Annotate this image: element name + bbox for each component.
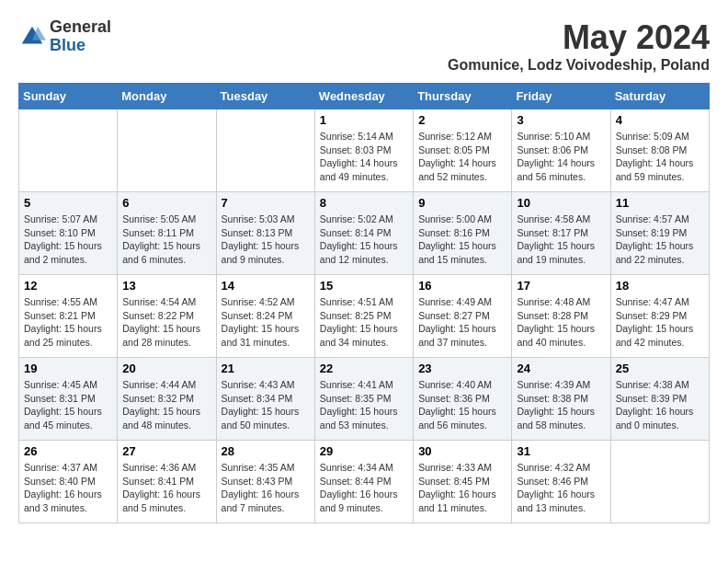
title-area: May 2024 Gomunice, Lodz Voivodeship, Pol… [448,18,710,74]
calendar-cell: 31Sunrise: 4:32 AM Sunset: 8:46 PM Dayli… [512,441,610,523]
day-number: 21 [222,362,310,375]
day-info: Sunrise: 5:05 AM Sunset: 8:11 PM Dayligh… [122,213,210,267]
header-day-wednesday: Wednesday [314,84,413,109]
calendar-cell: 22Sunrise: 4:41 AM Sunset: 8:35 PM Dayli… [314,358,413,441]
calendar-cell: 30Sunrise: 4:33 AM Sunset: 8:45 PM Dayli… [414,441,512,523]
day-number: 25 [616,362,704,375]
week-row-1: 1Sunrise: 5:14 AM Sunset: 8:03 PM Daylig… [19,109,710,192]
header-row: SundayMondayTuesdayWednesdayThursdayFrid… [19,84,710,109]
header: General Blue May 2024 Gomunice, Lodz Voi… [18,18,710,74]
day-info: Sunrise: 4:44 AM Sunset: 8:32 PM Dayligh… [122,378,210,432]
calendar-cell: 5Sunrise: 5:07 AM Sunset: 8:10 PM Daylig… [19,192,118,275]
day-info: Sunrise: 4:33 AM Sunset: 8:45 PM Dayligh… [418,461,506,515]
calendar-cell: 24Sunrise: 4:39 AM Sunset: 8:38 PM Dayli… [512,358,610,441]
day-info: Sunrise: 4:38 AM Sunset: 8:39 PM Dayligh… [616,378,704,432]
day-info: Sunrise: 4:49 AM Sunset: 8:27 PM Dayligh… [418,295,506,350]
day-number: 3 [517,113,605,127]
week-row-4: 19Sunrise: 4:45 AM Sunset: 8:31 PM Dayli… [19,358,710,441]
logo-icon [18,23,46,51]
calendar-cell: 10Sunrise: 4:58 AM Sunset: 8:17 PM Dayli… [512,192,610,275]
day-info: Sunrise: 4:32 AM Sunset: 8:46 PM Dayligh… [517,461,605,515]
day-number: 10 [517,196,605,210]
calendar-cell: 8Sunrise: 5:02 AM Sunset: 8:14 PM Daylig… [314,192,413,275]
calendar-cell [216,109,314,192]
calendar-cell: 28Sunrise: 4:35 AM Sunset: 8:43 PM Dayli… [216,441,314,523]
day-number: 5 [24,196,112,210]
day-info: Sunrise: 4:52 AM Sunset: 8:24 PM Dayligh… [222,295,310,350]
day-number: 9 [418,196,506,210]
calendar-cell: 26Sunrise: 4:37 AM Sunset: 8:40 PM Dayli… [19,441,118,523]
header-day-saturday: Saturday [610,84,709,109]
day-number: 26 [24,444,112,458]
calendar-cell: 11Sunrise: 4:57 AM Sunset: 8:19 PM Dayli… [610,192,709,275]
day-number: 18 [616,279,704,293]
calendar-cell: 20Sunrise: 4:44 AM Sunset: 8:32 PM Dayli… [118,358,216,441]
day-number: 20 [122,362,210,375]
day-info: Sunrise: 4:36 AM Sunset: 8:41 PM Dayligh… [122,461,210,515]
day-info: Sunrise: 5:02 AM Sunset: 8:14 PM Dayligh… [320,213,408,267]
header-day-sunday: Sunday [19,84,118,109]
day-info: Sunrise: 4:40 AM Sunset: 8:36 PM Dayligh… [418,378,506,432]
day-info: Sunrise: 5:12 AM Sunset: 8:05 PM Dayligh… [418,130,506,184]
day-info: Sunrise: 5:14 AM Sunset: 8:03 PM Dayligh… [320,130,408,184]
calendar-table: SundayMondayTuesdayWednesdayThursdayFrid… [18,83,710,523]
day-number: 1 [320,113,408,127]
calendar-cell: 1Sunrise: 5:14 AM Sunset: 8:03 PM Daylig… [314,109,413,192]
day-info: Sunrise: 5:03 AM Sunset: 8:13 PM Dayligh… [222,213,310,267]
logo-text: General Blue [50,18,111,55]
day-number: 31 [517,444,605,458]
calendar-cell: 25Sunrise: 4:38 AM Sunset: 8:39 PM Dayli… [610,358,709,441]
day-number: 12 [24,279,112,293]
day-number: 14 [222,279,310,293]
day-info: Sunrise: 4:47 AM Sunset: 8:29 PM Dayligh… [616,295,704,350]
header-day-monday: Monday [118,84,216,109]
main-title: May 2024 [448,18,710,57]
day-number: 19 [24,362,112,375]
day-number: 6 [122,196,210,210]
day-info: Sunrise: 5:07 AM Sunset: 8:10 PM Dayligh… [24,213,112,267]
day-number: 28 [222,444,310,458]
calendar-cell: 12Sunrise: 4:55 AM Sunset: 8:21 PM Dayli… [19,275,118,358]
calendar-header: SundayMondayTuesdayWednesdayThursdayFrid… [19,84,710,109]
calendar-cell: 16Sunrise: 4:49 AM Sunset: 8:27 PM Dayli… [414,275,512,358]
calendar-cell: 9Sunrise: 5:00 AM Sunset: 8:16 PM Daylig… [414,192,512,275]
day-number: 4 [616,113,704,127]
day-info: Sunrise: 4:34 AM Sunset: 8:44 PM Dayligh… [320,461,408,515]
day-info: Sunrise: 4:35 AM Sunset: 8:43 PM Dayligh… [222,461,310,515]
day-number: 24 [517,362,605,375]
calendar-cell: 19Sunrise: 4:45 AM Sunset: 8:31 PM Dayli… [19,358,118,441]
calendar-cell: 27Sunrise: 4:36 AM Sunset: 8:41 PM Dayli… [118,441,216,523]
calendar-cell: 21Sunrise: 4:43 AM Sunset: 8:34 PM Dayli… [216,358,314,441]
day-info: Sunrise: 4:43 AM Sunset: 8:34 PM Dayligh… [222,378,310,432]
day-number: 22 [320,362,408,375]
day-number: 23 [418,362,506,375]
calendar-cell: 4Sunrise: 5:09 AM Sunset: 8:08 PM Daylig… [610,109,709,192]
calendar-cell: 15Sunrise: 4:51 AM Sunset: 8:25 PM Dayli… [314,275,413,358]
day-info: Sunrise: 4:37 AM Sunset: 8:40 PM Dayligh… [24,461,112,515]
day-number: 16 [418,279,506,293]
day-info: Sunrise: 4:39 AM Sunset: 8:38 PM Dayligh… [517,378,605,432]
calendar-cell [610,441,709,523]
calendar-cell: 3Sunrise: 5:10 AM Sunset: 8:06 PM Daylig… [512,109,610,192]
day-number: 11 [616,196,704,210]
day-info: Sunrise: 4:54 AM Sunset: 8:22 PM Dayligh… [122,295,210,350]
calendar-cell: 2Sunrise: 5:12 AM Sunset: 8:05 PM Daylig… [414,109,512,192]
calendar-cell: 17Sunrise: 4:48 AM Sunset: 8:28 PM Dayli… [512,275,610,358]
day-number: 7 [222,196,310,210]
week-row-5: 26Sunrise: 4:37 AM Sunset: 8:40 PM Dayli… [19,441,710,523]
calendar-cell [19,109,118,192]
calendar-cell: 14Sunrise: 4:52 AM Sunset: 8:24 PM Dayli… [216,275,314,358]
header-day-thursday: Thursday [414,84,512,109]
day-info: Sunrise: 5:00 AM Sunset: 8:16 PM Dayligh… [418,213,506,267]
calendar-cell: 18Sunrise: 4:47 AM Sunset: 8:29 PM Dayli… [610,275,709,358]
subtitle: Gomunice, Lodz Voivodeship, Poland [448,57,710,74]
logo-general-text: General [50,18,111,37]
calendar-cell: 29Sunrise: 4:34 AM Sunset: 8:44 PM Dayli… [314,441,413,523]
calendar-body: 1Sunrise: 5:14 AM Sunset: 8:03 PM Daylig… [19,109,710,523]
day-number: 29 [320,444,408,458]
day-number: 30 [418,444,506,458]
calendar-cell: 6Sunrise: 5:05 AM Sunset: 8:11 PM Daylig… [118,192,216,275]
calendar-cell [118,109,216,192]
day-number: 27 [122,444,210,458]
day-info: Sunrise: 4:58 AM Sunset: 8:17 PM Dayligh… [517,213,605,267]
